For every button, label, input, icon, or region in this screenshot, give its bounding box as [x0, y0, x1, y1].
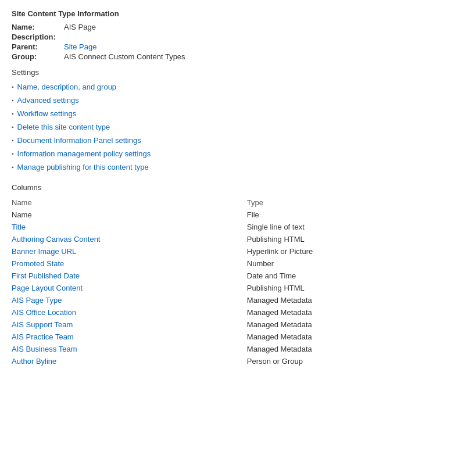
column-type-cell: Managed Metadata [247, 331, 439, 343]
column-name-link[interactable]: AIS Business Team [12, 345, 77, 353]
column-name-link[interactable]: Banner Image URL [12, 247, 76, 256]
column-type-cell: Person or Group [247, 355, 439, 367]
table-row: Page Layout ContentPublishing HTML [12, 282, 439, 294]
description-label: Description: [12, 33, 64, 41]
column-name-cell: Name [12, 209, 247, 221]
column-type-cell: Single line of text [247, 221, 439, 233]
column-name-cell: Title [12, 221, 247, 233]
column-type-cell: Number [247, 257, 439, 270]
settings-link-manage-publishing[interactable]: Manage publishing for this content type [17, 163, 149, 171]
column-type-cell: Publishing HTML [247, 233, 439, 245]
settings-link-info-management[interactable]: Information management policy settings [17, 149, 151, 158]
column-name-cell: Page Layout Content [12, 282, 247, 294]
column-type-cell: Managed Metadata [247, 294, 439, 306]
info-row-description: Description: [12, 33, 439, 41]
column-name-cell: AIS Page Type [12, 294, 247, 306]
settings-link-workflow[interactable]: Workflow settings [17, 109, 77, 118]
info-row-parent: Parent: Site Page [12, 42, 439, 51]
column-name-cell: Banner Image URL [12, 245, 247, 257]
table-row: AIS Support TeamManaged Metadata [12, 318, 439, 331]
site-content-type-info: Site Content Type Information Name: AIS … [12, 9, 439, 61]
column-name-cell: Promoted State [12, 257, 247, 270]
column-type-cell: Managed Metadata [247, 318, 439, 331]
settings-link-advanced[interactable]: Advanced settings [17, 96, 79, 105]
settings-item-manage-publishing: Manage publishing for this content type [12, 163, 439, 171]
columns-header-row: Name Type [12, 196, 439, 209]
table-row: Authoring Canvas ContentPublishing HTML [12, 233, 439, 245]
column-name-cell: Author Byline [12, 355, 247, 367]
column-header-name: Name [12, 196, 247, 209]
column-type-cell: Hyperlink or Picture [247, 245, 439, 257]
name-value: AIS Page [64, 23, 96, 31]
column-name-link[interactable]: Title [12, 223, 26, 231]
info-row-group: Group: AIS Connect Custom Content Types [12, 52, 439, 61]
table-row: Promoted StateNumber [12, 257, 439, 270]
columns-section: Columns Name Type NameFileTitleSingle li… [12, 183, 439, 367]
section-title: Site Content Type Information [12, 9, 439, 18]
column-header-type: Type [247, 196, 439, 209]
column-name-link[interactable]: Authoring Canvas Content [12, 235, 100, 244]
settings-link-delete[interactable]: Delete this site content type [17, 123, 110, 131]
parent-value: Site Page [64, 42, 96, 51]
column-name-link[interactable]: AIS Office Location [12, 308, 76, 317]
columns-heading: Columns [12, 183, 439, 192]
column-name-link[interactable]: First Published Date [12, 271, 80, 280]
group-value: AIS Connect Custom Content Types [64, 52, 185, 61]
table-row: AIS Office LocationManaged Metadata [12, 306, 439, 318]
settings-item-delete: Delete this site content type [12, 123, 439, 131]
settings-item-advanced: Advanced settings [12, 96, 439, 105]
table-row: Author BylinePerson or Group [12, 355, 439, 367]
column-name-cell: Authoring Canvas Content [12, 233, 247, 245]
column-name-link[interactable]: Page Layout Content [12, 284, 83, 292]
column-type-cell: Publishing HTML [247, 282, 439, 294]
columns-table: Name Type NameFileTitleSingle line of te… [12, 196, 439, 367]
table-row: TitleSingle line of text [12, 221, 439, 233]
table-row: Banner Image URLHyperlink or Picture [12, 245, 439, 257]
settings-link-name-desc-group[interactable]: Name, description, and group [17, 83, 117, 91]
table-row: First Published DateDate and Time [12, 270, 439, 282]
settings-item-document-info: Document Information Panel settings [12, 136, 439, 145]
settings-list: Name, description, and group Advanced se… [12, 83, 439, 171]
table-row: AIS Practice TeamManaged Metadata [12, 331, 439, 343]
parent-label: Parent: [12, 42, 64, 51]
table-row: AIS Business TeamManaged Metadata [12, 343, 439, 355]
column-type-cell: Managed Metadata [247, 343, 439, 355]
column-name-cell: AIS Office Location [12, 306, 247, 318]
settings-item-info-management: Information management policy settings [12, 149, 439, 158]
page-container: Site Content Type Information Name: AIS … [12, 9, 439, 367]
column-type-cell: File [247, 209, 439, 221]
parent-link[interactable]: Site Page [64, 42, 96, 51]
settings-section: Settings Name, description, and group Ad… [12, 68, 439, 171]
name-label: Name: [12, 23, 64, 31]
info-table: Name: AIS Page Description: Parent: Site… [12, 23, 439, 61]
info-row-name: Name: AIS Page [12, 23, 439, 31]
settings-heading: Settings [12, 68, 439, 77]
column-name-link[interactable]: Promoted State [12, 259, 64, 268]
column-type-cell: Managed Metadata [247, 306, 439, 318]
column-name-link[interactable]: AIS Practice Team [12, 332, 74, 341]
table-row: AIS Page TypeManaged Metadata [12, 294, 439, 306]
column-name-cell: First Published Date [12, 270, 247, 282]
column-name-cell: AIS Business Team [12, 343, 247, 355]
column-name-cell: AIS Support Team [12, 318, 247, 331]
settings-item-workflow: Workflow settings [12, 109, 439, 118]
column-name-link[interactable]: Author Byline [12, 357, 56, 366]
settings-link-document-info[interactable]: Document Information Panel settings [17, 136, 141, 145]
group-label: Group: [12, 52, 64, 61]
table-row: NameFile [12, 209, 439, 221]
column-name-link[interactable]: AIS Support Team [12, 320, 73, 329]
column-name-cell: AIS Practice Team [12, 331, 247, 343]
column-type-cell: Date and Time [247, 270, 439, 282]
column-name-link[interactable]: AIS Page Type [12, 296, 62, 305]
settings-item-name-desc-group: Name, description, and group [12, 83, 439, 91]
